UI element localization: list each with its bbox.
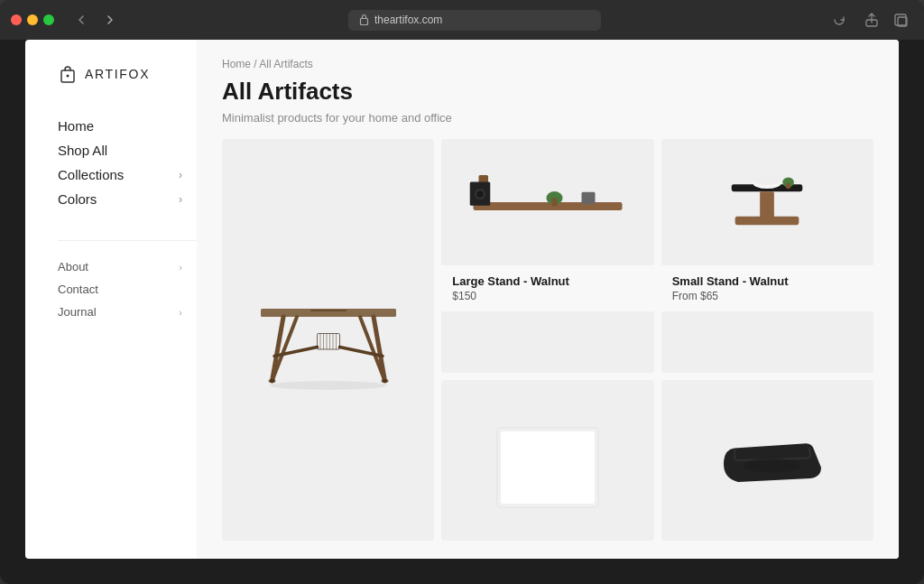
svg-point-28 xyxy=(476,190,484,198)
desk-image xyxy=(222,139,434,541)
product-card-pad[interactable] xyxy=(441,380,653,541)
browser-actions xyxy=(859,7,913,32)
svg-rect-0 xyxy=(361,18,368,24)
product-card-desk[interactable] xyxy=(222,139,434,541)
svg-point-23 xyxy=(270,381,387,390)
nav-contact[interactable]: Contact xyxy=(58,278,197,301)
nav-collections-label: Collections xyxy=(58,167,124,182)
large-stand-info: Large Stand - Walnut $150 xyxy=(441,265,653,311)
svg-line-13 xyxy=(339,347,383,356)
address-bar[interactable]: theartifox.com xyxy=(348,10,601,31)
breadcrumb-home[interactable]: Home xyxy=(222,58,251,70)
back-button[interactable] xyxy=(69,7,94,32)
minimize-button[interactable] xyxy=(27,14,38,25)
svg-rect-34 xyxy=(735,217,799,225)
breadcrumb: Home / All Artifacts xyxy=(222,58,873,70)
maximize-button[interactable] xyxy=(43,14,54,25)
cart-icon[interactable] xyxy=(58,65,78,88)
svg-point-5 xyxy=(67,75,69,78)
reload-button[interactable] xyxy=(827,7,852,32)
nav-about-label: About xyxy=(58,260,88,273)
logo-text: ARTIFOX xyxy=(85,67,150,81)
large-stand-name: Large Stand - Walnut xyxy=(452,274,642,288)
svg-rect-24 xyxy=(473,202,622,210)
nav-about[interactable]: About › xyxy=(58,255,197,278)
small-stand-name: Small Stand - Walnut xyxy=(672,274,863,288)
lock-icon xyxy=(359,14,369,27)
url-text: theartifox.com xyxy=(374,14,442,26)
browser-window: theartifox.com xyxy=(0,0,924,584)
svg-rect-38 xyxy=(787,183,791,189)
svg-point-41 xyxy=(744,459,801,473)
logo-area: ARTIFOX xyxy=(58,65,197,88)
product-card-large-stand[interactable]: Large Stand - Walnut $150 xyxy=(441,139,653,373)
svg-rect-7 xyxy=(310,310,346,311)
sidebar: ARTIFOX Home Shop All Collections › Colo… xyxy=(25,40,197,559)
pad-image xyxy=(441,380,653,541)
colors-chevron-icon: › xyxy=(179,193,182,206)
holder-image xyxy=(661,380,873,541)
about-chevron-icon: › xyxy=(179,262,182,273)
nav-collections[interactable]: Collections › xyxy=(58,162,197,187)
small-stand-price: From $65 xyxy=(672,290,863,302)
product-card-small-stand[interactable]: Small Stand - Walnut From $65 xyxy=(661,139,873,373)
large-stand-image xyxy=(441,139,653,265)
close-button[interactable] xyxy=(11,14,22,25)
page-content: ARTIFOX Home Shop All Collections › Colo… xyxy=(25,40,899,559)
nav-colors[interactable]: Colors › xyxy=(58,187,197,211)
nav-journal-label: Journal xyxy=(58,305,97,319)
small-stand-info: Small Stand - Walnut From $65 xyxy=(661,265,873,311)
nav-main: Home Shop All Collections › Colors › xyxy=(58,114,197,211)
nav-home-label: Home xyxy=(58,118,94,134)
svg-rect-40 xyxy=(501,431,595,504)
svg-point-22 xyxy=(381,379,388,383)
browser-titlebar: theartifox.com xyxy=(0,0,924,40)
breadcrumb-current: All Artifacts xyxy=(259,58,312,70)
svg-line-12 xyxy=(274,347,318,356)
small-stand-image xyxy=(661,139,873,265)
svg-rect-30 xyxy=(551,199,557,207)
svg-point-21 xyxy=(268,379,275,383)
share-button[interactable] xyxy=(859,7,884,32)
svg-point-36 xyxy=(754,177,780,185)
nav-colors-label: Colors xyxy=(58,191,97,207)
svg-rect-31 xyxy=(581,192,595,205)
nav-journal[interactable]: Journal › xyxy=(58,301,197,323)
traffic-lights xyxy=(11,14,54,25)
nav-contact-label: Contact xyxy=(58,283,98,296)
page-subtitle: Minimalist products for your home and of… xyxy=(222,111,873,125)
breadcrumb-separator: / xyxy=(251,58,259,70)
main-content: Home / All Artifacts All Artifacts Minim… xyxy=(197,40,899,559)
large-stand-price: $150 xyxy=(452,290,642,302)
svg-rect-2 xyxy=(895,14,906,25)
product-grid: Large Stand - Walnut $150 xyxy=(222,139,873,541)
svg-rect-33 xyxy=(760,191,774,219)
nav-shop-all[interactable]: Shop All xyxy=(58,138,197,162)
page-title: All Artifacts xyxy=(222,78,873,106)
product-card-holder[interactable] xyxy=(661,380,873,541)
journal-chevron-icon: › xyxy=(179,307,182,318)
collections-chevron-icon: › xyxy=(179,169,182,181)
nav-home[interactable]: Home xyxy=(58,114,197,138)
browser-center: theartifox.com xyxy=(130,10,819,31)
nav-secondary: About › Contact Journal › xyxy=(58,240,197,323)
new-tab-button[interactable] xyxy=(888,7,913,32)
nav-shop-all-label: Shop All xyxy=(58,143,107,158)
browser-nav xyxy=(69,7,123,32)
forward-button[interactable] xyxy=(97,7,123,32)
